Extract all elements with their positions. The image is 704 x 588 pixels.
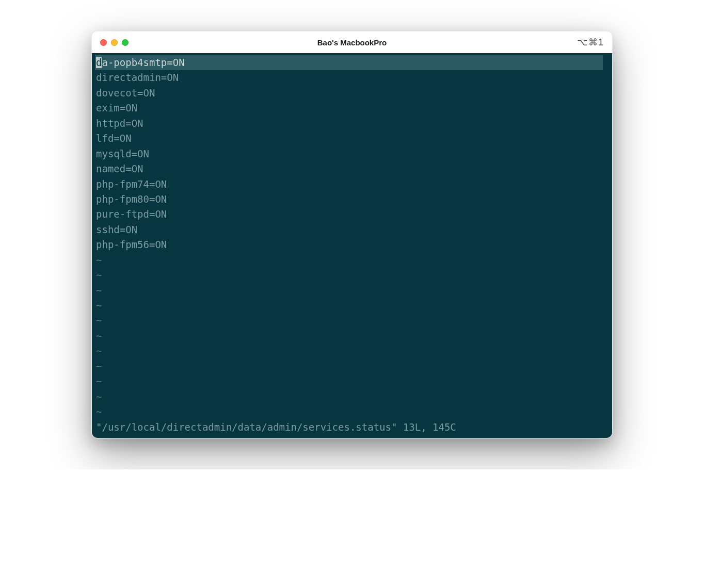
- terminal-window: Bao's MacbookPro ⌥⌘1 da-popb4smtp=ONdire…: [91, 31, 613, 438]
- empty-line-marker: ~: [95, 389, 609, 404]
- editor-line: da-popb4smtp=ON: [95, 55, 603, 70]
- empty-line-marker: ~: [95, 253, 609, 268]
- editor-line: dovecot=ON: [95, 86, 609, 101]
- traffic-lights: [100, 39, 129, 46]
- window-titlebar: Bao's MacbookPro ⌥⌘1: [92, 31, 612, 53]
- empty-line-marker: ~: [95, 329, 609, 344]
- close-button[interactable]: [100, 39, 107, 46]
- minimize-button[interactable]: [111, 39, 118, 46]
- empty-line-marker: ~: [95, 283, 609, 298]
- editor-line: exim=ON: [95, 101, 609, 116]
- shortcut-hint: ⌥⌘1: [577, 37, 604, 48]
- cursor: d: [96, 57, 102, 68]
- editor-line: directadmin=ON: [95, 70, 609, 85]
- empty-line-marker: ~: [95, 374, 609, 389]
- editor-line: httpd=ON: [95, 116, 609, 131]
- window-title: Bao's MacbookPro: [317, 38, 387, 47]
- editor-line: sshd=ON: [95, 222, 609, 237]
- empty-line-marker: ~: [95, 313, 609, 328]
- empty-line-marker: ~: [95, 344, 609, 358]
- empty-line-marker: ~: [95, 298, 609, 313]
- editor-line: mysqld=ON: [95, 146, 609, 161]
- zoom-button[interactable]: [122, 39, 129, 46]
- terminal-area[interactable]: da-popb4smtp=ONdirectadmin=ONdovecot=ONe…: [92, 53, 612, 438]
- editor-line: pure-ftpd=ON: [95, 207, 609, 222]
- editor-line: php-fpm74=ON: [95, 177, 609, 192]
- editor-line: php-fpm80=ON: [95, 192, 609, 207]
- editor-line: php-fpm56=ON: [95, 237, 609, 252]
- empty-line-marker: ~: [95, 359, 609, 374]
- editor-line: named=ON: [95, 161, 609, 176]
- empty-line-marker: ~: [95, 268, 609, 283]
- vim-status-line: "/usr/local/directadmin/data/admin/servi…: [95, 420, 609, 435]
- empty-line-marker: ~: [95, 404, 609, 419]
- terminal-content: da-popb4smtp=ONdirectadmin=ONdovecot=ONe…: [95, 55, 609, 435]
- editor-line: lfd=ON: [95, 131, 609, 146]
